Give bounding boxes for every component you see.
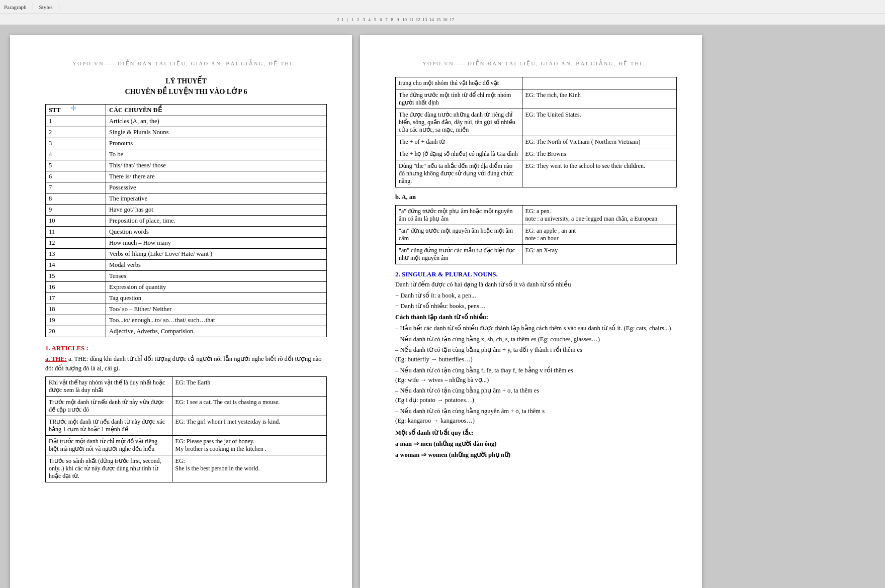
eg-cell: EG:She is the best person in the world. [172,455,326,482]
a-an-rule-cell: "an" đứng trước một nguyên âm hoặc một â… [396,225,522,244]
styles-label: Styles [39,4,53,10]
stt-cell: 6 [46,171,106,182]
plural-rule: – Nếu danh từ có tận cùng bằng phụ âm + … [395,345,677,364]
table-row: 8The imperative [46,193,327,205]
stt-cell: 20 [46,326,106,337]
table-row: 1Articles (A, an, the) [46,116,327,127]
table-row: 13Verbs of liking (Like/ Love/ Hate/ wan… [46,249,327,260]
stt-cell: 9 [46,205,106,216]
a-an-rule-row: "an" đứng trước một nguyên âm hoặc một â… [396,225,677,244]
eg-cell-cont: EG: The United States. [522,109,676,136]
stt-cell: 2 [46,127,106,138]
stt-cell: 16 [46,282,106,293]
topic-cell: Too...to/ enough...to/ so…that/ such…tha… [106,315,327,326]
topic-cell: There is/ there are [106,171,327,182]
table-row: 10Preposition of place, time. [46,216,327,227]
topic-cell: Too/ so – Either/ Neither [106,304,327,315]
eg-cell: EG: The Earth [172,376,326,396]
table-row: 6There is/ there are [46,171,327,182]
topic-cell: Preposition of place, time. [106,216,327,227]
rule-row-cont: The + of + danh từEG: The North of Vietn… [396,136,677,148]
rule-row-cont: The đứng trước một tính từ để chỉ một nh… [396,89,677,109]
topic-cell: Articles (A, an, the) [106,116,327,127]
topic-cell: Tenses [106,271,327,282]
paragraph-label: Paragraph [4,4,27,10]
singular-intro: Danh từ đếm được có hai dạng là danh từ … [395,280,677,289]
eg-cell: EG: I see a cat. The cat is chasing a mo… [172,396,326,416]
table-row: 2Single & Plurals Nouns [46,127,327,138]
a-an-rule-cell: "a" đứng trước một phụ âm hoặc một nguyê… [396,205,522,225]
topic-cell: How much – How many [106,238,327,249]
topic-cell: Single & Plurals Nouns [106,127,327,138]
rule-cell: Khi vật thể hay nhóm vật thể là duy nhất… [46,376,172,396]
irregular-rule: a woman ⇒ women (những người phụ nữ) [395,450,677,460]
singular-plus2: + Danh từ số nhiều: books, pens… [395,302,677,311]
table-row: 15Tenses [46,271,327,282]
stt-cell: 14 [46,260,106,271]
plural-rule: – Nếu danh từ có tận cùng bằng phụ âm + … [395,386,677,405]
a-an-rules-table: "a" đứng trước một phụ âm hoặc một nguyê… [395,205,677,264]
the-rules-table: Khi vật thể hay nhóm vật thể là duy nhất… [45,376,327,482]
col-topic: CÁC CHUYÊN ĐỀ [106,105,327,116]
a-an-rule-row: "an" cũng đứng trước các mẫu tự đặc biệt… [396,244,677,264]
a-an-eg-cell: EG: an apple , an antnote : an hour [522,225,676,244]
add-icon[interactable]: ✛ [70,104,76,113]
stt-cell: 1 [46,116,106,127]
page2-header: YOPO.VN---- DIỄN ĐÀN TÀI LIỆU, GIÁO ÁN, … [395,60,677,67]
eg-cell: EG: The girl whom I met yesterday is kin… [172,416,326,435]
rule-cell: Đặt trước một danh từ chỉ một đồ vật riê… [46,435,172,455]
stt-cell: 13 [46,249,106,260]
eg-cell-cont: EG: The North of Vietnam ( Northern Viet… [522,136,676,148]
ruler: 2 1 | 1 2 3 4 5 6 7 8 9 10 11 12 13 14 1… [0,14,885,25]
table-row: 11Question words [46,227,327,238]
singular-plus1: + Danh từ số ít: a book, a pen... [395,291,677,301]
rule-row: Trước một danh từ nếu danh từ này vừa đư… [46,396,327,416]
doc-subtitle: CHUYÊN ĐỀ LUYỆN THI VÀO LỚP 6 [45,87,327,96]
irregular-rule: a man ⇒ men (những người đàn ông) [395,439,677,449]
eg-cell: EG: Please pass the jar of honey.My brot… [172,435,326,455]
rule-cell: Trước so sánh nhất (đứng trước first, se… [46,455,172,482]
rule-row-cont: The được dùng trước những danh từ riêng … [396,109,677,136]
toolbar: Paragraph Styles [0,0,885,14]
stt-cell: 3 [46,138,106,149]
the-rules-cont-table: trung cho một nhóm thú vật hoặc đồ vậtTh… [395,77,677,187]
stt-cell: 15 [46,271,106,282]
stt-cell: 19 [46,315,106,326]
b-an-title: b. A, an [395,192,677,202]
rule-row-cont: trung cho một nhóm thú vật hoặc đồ vật [396,77,677,89]
rule-cell-cont: The + of + danh từ [396,136,522,148]
a-an-rule-row: "a" đứng trước một phụ âm hoặc một nguyê… [396,205,677,225]
doc-title: LÝ THUYẾT [45,77,327,85]
stt-cell: 11 [46,227,106,238]
table-row: 12How much – How many [46,238,327,249]
stt-cell: 17 [46,293,106,304]
rule-cell-cont: Dùng "the" nếu ta nhắc đến một địa điểm … [396,160,522,187]
topic-cell: Verbs of liking (Like/ Love/ Hate/ want … [106,249,327,260]
stt-cell: 8 [46,193,106,205]
page-2: YOPO.VN---- DIỄN ĐÀN TÀI LIỆU, GIÁO ÁN, … [360,35,702,588]
singular-title: 2. SINGULAR & PLURAL NOUNS. [395,270,677,278]
stt-cell: 12 [46,238,106,249]
plural-rule: – Nếu danh từ có tận cùng bằng f, fe, ta… [395,366,677,385]
eg-cell-cont: EG: The rich, the Kinh [522,89,676,109]
page-1: YOPO.VN---- DIỄN ĐÀN TÀI LIỆU, GIÁO ÁN, … [10,35,352,588]
topic-cell: The imperative [106,193,327,205]
the-intro: a. THE: a. THE: dùng khi danh từ chỉ đối… [45,354,327,373]
topic-cell: Adjective, Adverbs, Comparision. [106,326,327,337]
plural-rule: – Nếu danh từ có tận cùng bằng nguyên âm… [395,407,677,426]
pages-container: YOPO.VN---- DIỄN ĐÀN TÀI LIỆU, GIÁO ÁN, … [0,25,885,588]
topic-cell: To be [106,149,327,160]
stt-cell: 18 [46,304,106,315]
eg-cell-cont: EG: The Browns [522,148,676,160]
articles-title: 1. ARTICLES : [45,344,327,352]
a-an-eg-cell: EG: a pen.note : a university, a one-leg… [522,205,676,225]
table-row: 5This/ that/ these/ those [46,160,327,171]
topic-cell: Expression of quantity [106,282,327,293]
eg-cell-cont [522,77,676,89]
topic-cell: Possessive [106,182,327,193]
rule-cell-cont: The đứng trước một tính từ để chỉ một nh… [396,89,522,109]
rule-row: Khi vật thể hay nhóm vật thể là duy nhất… [46,376,327,396]
table-row: 4To be [46,149,327,160]
singular-section: 2. SINGULAR & PLURAL NOUNS. Danh từ đếm … [395,270,677,460]
table-row: 20Adjective, Adverbs, Comparision. [46,326,327,337]
